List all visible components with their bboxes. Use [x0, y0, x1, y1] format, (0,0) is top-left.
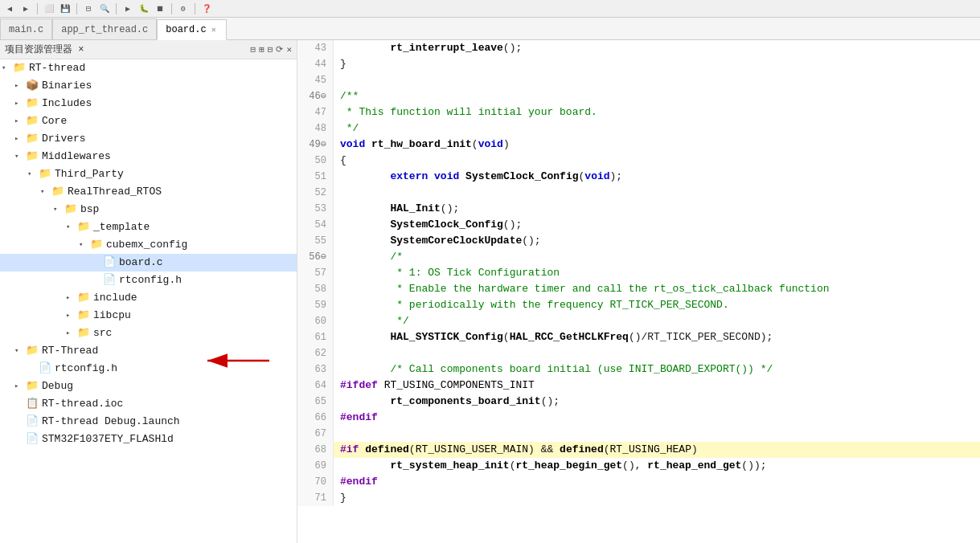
code-content-44: }: [334, 56, 980, 72]
sidebar-close-icon[interactable]: ✕: [286, 44, 292, 55]
sidebar-item-realthread[interactable]: ▾ 📁 RealThread_RTOS: [0, 183, 297, 201]
sidebar-item-rt-thread-sub[interactable]: ▾ 📁 RT-Thread: [0, 342, 297, 360]
line-number-55: 55: [297, 233, 334, 249]
sidebar-item-binaries[interactable]: ▸ 📦 Binaries: [0, 77, 297, 95]
sidebar-item-label-drivers: Drivers: [42, 131, 86, 147]
tab-main-c[interactable]: main.c: [0, 18, 52, 39]
toolbar-icon-forward[interactable]: ▶: [19, 2, 32, 15]
expand-arrow-rtconfig-main: ▸: [27, 361, 39, 377]
sidebar-item-rtconfig-h[interactable]: ▸ 📄 rtconfig.h: [0, 272, 297, 289]
code-content-61: HAL_SYSTICK_Config(HAL_RCC_GetHCLKFreq()…: [334, 329, 980, 345]
debug-icon: 📁: [26, 378, 39, 394]
sidebar-item-third-party[interactable]: ▾ 📁 Third_Party: [0, 165, 297, 183]
sidebar-item-debug-launch[interactable]: ▸ 📄 RT-thread Debug.launch: [0, 413, 297, 431]
line-number-63: 63: [297, 361, 334, 378]
toolbar-icon-filter[interactable]: ⊟: [82, 2, 95, 15]
sidebar-item-rt-thread-ioc[interactable]: ▸ 📋 RT-thread.ioc: [0, 395, 297, 413]
line-number-53: 53: [297, 201, 334, 217]
sidebar-item-label-template: _template: [93, 219, 150, 235]
expand-arrow-src: ▸: [66, 325, 77, 341]
toolbar-icon-search[interactable]: 🔍: [98, 2, 111, 15]
expand-arrow-debug-launch: ▸: [14, 414, 26, 430]
expand-arrow-drivers: ▸: [14, 131, 26, 147]
sidebar-item-rt-thread-root[interactable]: ▾ 📁 RT-thread: [0, 59, 297, 77]
board-c-icon: 📄: [103, 255, 116, 271]
sidebar-item-src[interactable]: ▸ 📁 src: [0, 325, 297, 342]
tab-board-c[interactable]: board.c ✕: [157, 19, 226, 40]
tab-board-c-close[interactable]: ✕: [210, 24, 218, 35]
project-icon: 📁: [13, 60, 26, 76]
code-line-70: 70 #endif: [297, 474, 980, 490]
code-line-67: 67: [297, 426, 980, 442]
sidebar-item-debug[interactable]: ▸ 📁 Debug: [0, 378, 297, 395]
code-line-49: 49⊖ void rt_hw_board_init(void): [297, 137, 980, 153]
code-line-60: 60 */: [297, 313, 980, 329]
code-content-59: * periodically with the frequency RT_TIC…: [334, 297, 980, 313]
sidebar-item-drivers[interactable]: ▸ 📁 Drivers: [0, 130, 297, 148]
toolbar-separator-4: [171, 3, 172, 14]
sidebar-item-label-third-party: Third_Party: [55, 166, 124, 182]
line-number-68: 68: [297, 442, 334, 458]
tab-app-rt[interactable]: app_rt_thread.c: [52, 18, 157, 39]
sidebar-item-label-core: Core: [42, 113, 67, 129]
toolbar-icon-new[interactable]: ⬜: [43, 2, 55, 15]
line-number-59: 59: [297, 297, 334, 313]
toolbar-icon-stop[interactable]: ⏹: [154, 2, 166, 15]
toolbar-icon-run[interactable]: ▶: [121, 2, 134, 15]
sidebar-title: 项目资源管理器 ×: [5, 43, 84, 56]
expand-arrow-board-c: ▸: [92, 255, 103, 271]
expand-arrow-include: ▸: [66, 290, 77, 306]
sidebar-item-middlewares[interactable]: ▾ 📁 Middlewares: [0, 148, 297, 165]
sidebar-item-label-debug: Debug: [42, 378, 73, 394]
toolbar-icon-back[interactable]: ◀: [3, 2, 16, 15]
code-line-64: 64 #ifdef RT_USING_COMPONENTS_INIT: [297, 378, 980, 394]
line-number-57: 57: [297, 265, 334, 281]
sidebar-item-include[interactable]: ▸ 📁 include: [0, 289, 297, 307]
toolbar-icon-settings[interactable]: ⚙: [177, 2, 190, 15]
expand-arrow-rt-thread: ▾: [2, 60, 13, 76]
line-number-60: 60: [297, 313, 334, 329]
code-line-52: 52: [297, 185, 980, 201]
code-content-71: }: [334, 490, 980, 506]
line-number-48: 48: [297, 120, 334, 137]
code-line-46: 46⊖ /**: [297, 88, 980, 104]
sidebar-item-label-bsp: bsp: [80, 202, 99, 218]
sidebar-expand-icon[interactable]: ⊞: [259, 44, 264, 55]
toolbar-icon-debug[interactable]: 🐛: [137, 2, 150, 15]
line-number-52: 52: [297, 185, 334, 201]
sidebar-item-label-middlewares: Middlewares: [42, 149, 111, 165]
template-icon: 📁: [77, 219, 90, 235]
sidebar-item-bsp[interactable]: ▾ 📁 bsp: [0, 201, 297, 218]
sidebar-header: 项目资源管理器 × ⊟ ⊞ ⊟ ⟳ ✕: [0, 40, 297, 59]
sidebar-item-cubemx[interactable]: ▾ 📁 cubemx_config: [0, 236, 297, 254]
code-line-51: 51 extern void SystemClock_Config(void);: [297, 169, 980, 185]
toolbar-icon-save[interactable]: 💾: [59, 2, 72, 15]
sidebar-item-label-include: include: [93, 290, 137, 306]
sidebar-sync-icon[interactable]: ⟳: [276, 44, 283, 55]
toolbar-icon-help[interactable]: ❓: [200, 2, 213, 15]
sidebar-item-libcpu[interactable]: ▸ 📁 libcpu: [0, 307, 297, 325]
sidebar-collapse-icon[interactable]: ⊟: [251, 44, 256, 55]
line-number-56: 56⊖: [297, 249, 334, 265]
code-area: 43 rt_interrupt_leave(); 44 } 45 46⊖ /**…: [297, 40, 980, 506]
code-line-44: 44 }: [297, 56, 980, 72]
sidebar-item-label-rt-thread-sub: RT-Thread: [42, 343, 98, 359]
sidebar-filter-icon[interactable]: ⊟: [268, 44, 273, 55]
expand-arrow-cubemx: ▾: [79, 237, 90, 253]
code-content-52: [334, 185, 980, 201]
code-line-59: 59 * periodically with the frequency RT_…: [297, 297, 980, 313]
third-party-icon: 📁: [39, 166, 51, 182]
sidebar-item-core[interactable]: ▸ 📁 Core: [0, 112, 297, 130]
tab-main-c-label: main.c: [9, 24, 43, 35]
sidebar-item-label-stm32: STM32F1037ETY_FLASHld: [42, 431, 174, 447]
sidebar-item-board-c[interactable]: ▸ 📄 board.c: [0, 254, 297, 272]
sidebar-item-template[interactable]: ▾ 📁 _template: [0, 218, 297, 236]
code-content-62: [334, 345, 980, 361]
sidebar-item-includes[interactable]: ▸ 📁 Includes: [0, 95, 297, 112]
sidebar: 项目资源管理器 × ⊟ ⊞ ⊟ ⟳ ✕ ▾ 📁 RT-thread ▸ 📦 Bi…: [0, 40, 297, 543]
main-layout: 项目资源管理器 × ⊟ ⊞ ⊟ ⟳ ✕ ▾ 📁 RT-thread ▸ 📦 Bi…: [0, 40, 980, 543]
sidebar-item-stm32-flash[interactable]: ▸ 📄 STM32F1037ETY_FLASHld: [0, 431, 297, 448]
sidebar-item-rtconfig-main[interactable]: ▸ 📄 rtconfig.h: [0, 360, 297, 378]
code-line-68: 68 #if defined(RT_USING_USER_MAIN) && de…: [297, 442, 980, 458]
code-content-49: void rt_hw_board_init(void): [334, 137, 980, 153]
